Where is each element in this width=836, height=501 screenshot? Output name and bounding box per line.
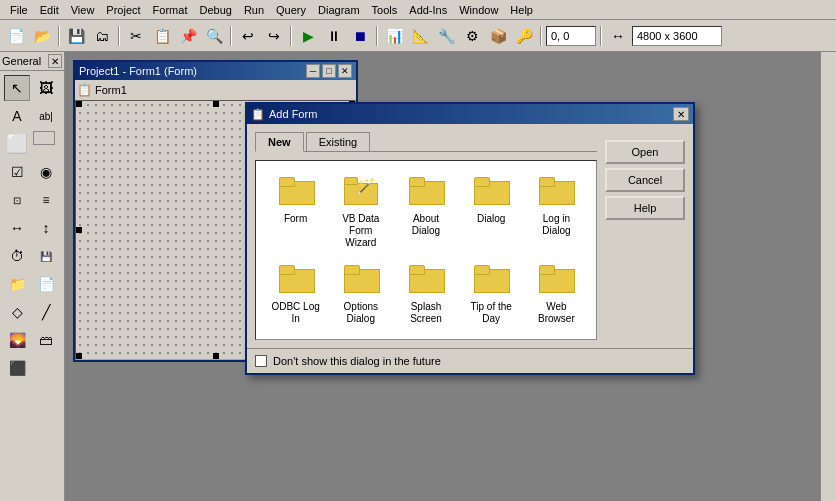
- form-content: 📋 Form1: [75, 80, 356, 100]
- save-btn[interactable]: 💾: [64, 24, 88, 48]
- tool-drive[interactable]: 💾: [33, 243, 59, 269]
- form-type-label-form: Form: [284, 213, 307, 225]
- dialog-body: New Existing Form: [247, 124, 693, 348]
- menu-debug[interactable]: Debug: [193, 2, 237, 18]
- tool-data[interactable]: 🗃: [33, 327, 59, 353]
- form-type-tip[interactable]: Tip of the Day: [464, 261, 519, 325]
- form-minimize-btn[interactable]: ─: [306, 64, 320, 78]
- menu2-btn[interactable]: 📐: [408, 24, 432, 48]
- open-button[interactable]: Open: [605, 140, 685, 164]
- menu-project[interactable]: Project: [100, 2, 146, 18]
- tool-listbox[interactable]: ≡: [33, 187, 59, 213]
- form-type-label-webbrowser: Web Browser: [529, 301, 584, 325]
- tool-hscroll[interactable]: ↔: [4, 215, 30, 241]
- form-type-odbc[interactable]: ODBC Log In: [268, 261, 323, 325]
- tool-ole[interactable]: ⬛: [4, 355, 30, 381]
- form-type-login[interactable]: Log in Dialog: [529, 173, 584, 237]
- tab-new[interactable]: New: [255, 132, 304, 152]
- menu3-btn[interactable]: 🔧: [434, 24, 458, 48]
- tool-checkbox[interactable]: ☑: [4, 159, 30, 185]
- pause-btn[interactable]: ⏸: [322, 24, 346, 48]
- tool-cmd-btn[interactable]: [33, 131, 55, 145]
- tool-frame[interactable]: ⬜: [4, 131, 30, 157]
- handle-tl: [76, 101, 82, 107]
- menu-window[interactable]: Window: [453, 2, 504, 18]
- tab-bar: New Existing: [255, 132, 597, 152]
- menu-help[interactable]: Help: [504, 2, 539, 18]
- paste-btn[interactable]: 📌: [176, 24, 200, 48]
- save-all-btn[interactable]: 🗂: [90, 24, 114, 48]
- form-type-about[interactable]: About Dialog: [398, 173, 453, 237]
- tool-picture[interactable]: 🖼: [33, 75, 59, 101]
- tool-textbox[interactable]: ab|: [33, 103, 59, 129]
- form-type-wizard[interactable]: 🪄 VB Data FormWizard: [333, 173, 388, 249]
- form-type-label-odbc: ODBC Log In: [268, 301, 323, 325]
- menu6-btn[interactable]: 🔑: [512, 24, 536, 48]
- form-type-options[interactable]: Options Dialog: [333, 261, 388, 325]
- main-layout: General ✕ ↖ 🖼 A ab| ⬜ ☑ ◉ ⊡ ≡ ↔ ↕ ⏱ 💾 📁 …: [0, 52, 836, 501]
- tool-label[interactable]: A: [4, 103, 30, 129]
- menu-tools[interactable]: Tools: [366, 2, 404, 18]
- handle-bl: [76, 353, 82, 359]
- form-type-label-tip: Tip of the Day: [464, 301, 519, 325]
- menu-diagram[interactable]: Diagram: [312, 2, 366, 18]
- tool-combo[interactable]: ⊡: [4, 187, 30, 213]
- form-type-splash[interactable]: Splash Screen: [398, 261, 453, 325]
- folder-icon-tip: [474, 265, 508, 293]
- form-type-label-dialog: Dialog: [477, 213, 505, 225]
- stop-btn[interactable]: ⏹: [348, 24, 372, 48]
- add-form-dialog: 📋 Add Form ✕ New Existing: [245, 102, 695, 375]
- toolbox-close-btn[interactable]: ✕: [48, 54, 62, 68]
- dont-show-checkbox[interactable]: [255, 355, 267, 367]
- menu5-btn[interactable]: 📦: [486, 24, 510, 48]
- tool-timer[interactable]: ⏱: [4, 243, 30, 269]
- dialog-icon: 📋: [251, 108, 265, 121]
- menu-addins[interactable]: Add-Ins: [403, 2, 453, 18]
- menu-edit[interactable]: Edit: [34, 2, 65, 18]
- toolbar-sep-1: [58, 26, 60, 46]
- menu-file[interactable]: File: [4, 2, 34, 18]
- copy-btn[interactable]: 📋: [150, 24, 174, 48]
- dialog-actions: Open Cancel Help: [605, 140, 685, 340]
- form-type-form[interactable]: Form: [268, 173, 323, 225]
- form-icon-img-splash: [406, 261, 446, 297]
- menu1-btn[interactable]: 📊: [382, 24, 406, 48]
- undo-btn[interactable]: ↩: [236, 24, 260, 48]
- form-type-dialog[interactable]: Dialog: [464, 173, 519, 225]
- toolbox: General ✕ ↖ 🖼 A ab| ⬜ ☑ ◉ ⊡ ≡ ↔ ↕ ⏱ 💾 📁 …: [0, 52, 65, 501]
- tool-vscroll[interactable]: ↕: [33, 215, 59, 241]
- form-type-label-about: About Dialog: [398, 213, 453, 237]
- form-maximize-btn[interactable]: □: [322, 64, 336, 78]
- dialog-close-btn[interactable]: ✕: [673, 107, 689, 121]
- form-icon-img-wizard: 🪄: [341, 173, 381, 209]
- tab-existing[interactable]: Existing: [306, 132, 371, 151]
- form-icon-img-about: [406, 173, 446, 209]
- tool-image[interactable]: 🌄: [4, 327, 30, 353]
- dialog-title: Add Form: [269, 108, 317, 120]
- tool-line[interactable]: ╱: [33, 299, 59, 325]
- right-scrollbar[interactable]: [820, 52, 836, 501]
- folder-icon-odbc: [279, 265, 313, 293]
- help-button[interactable]: Help: [605, 196, 685, 220]
- menu-query[interactable]: Query: [270, 2, 312, 18]
- tool-optionbtn[interactable]: ◉: [33, 159, 59, 185]
- menu-view[interactable]: View: [65, 2, 101, 18]
- new-btn[interactable]: 📄: [4, 24, 28, 48]
- find-btn[interactable]: 🔍: [202, 24, 226, 48]
- cut-btn[interactable]: ✂: [124, 24, 148, 48]
- open-btn[interactable]: 📂: [30, 24, 54, 48]
- tool-filelist[interactable]: 📄: [33, 271, 59, 297]
- tool-pointer[interactable]: ↖: [4, 75, 30, 101]
- tool-dirlist[interactable]: 📁: [4, 271, 30, 297]
- run-btn[interactable]: ▶: [296, 24, 320, 48]
- form-close-btn[interactable]: ✕: [338, 64, 352, 78]
- menu4-btn[interactable]: ⚙: [460, 24, 484, 48]
- menu-run[interactable]: Run: [238, 2, 270, 18]
- redo-btn[interactable]: ↪: [262, 24, 286, 48]
- tool-shape[interactable]: ◇: [4, 299, 30, 325]
- toolbar-sep-7: [600, 26, 602, 46]
- cancel-button[interactable]: Cancel: [605, 168, 685, 192]
- menu-format[interactable]: Format: [147, 2, 194, 18]
- form-icon: 📋: [77, 83, 91, 97]
- form-type-webbrowser[interactable]: Web Browser: [529, 261, 584, 325]
